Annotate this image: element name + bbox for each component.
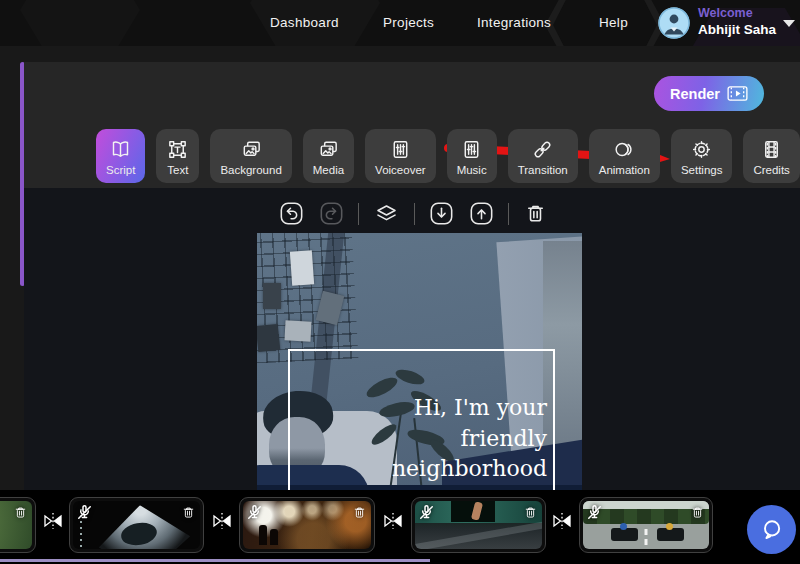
canvas-area: Hi, I'm your friendly neighborhood bbox=[24, 188, 800, 490]
overlap-circles-icon bbox=[613, 138, 636, 161]
timeline-clip-truck[interactable] bbox=[411, 497, 546, 553]
preview-pinned-photo bbox=[263, 283, 281, 309]
divider bbox=[358, 203, 359, 225]
delete-clip-icon[interactable] bbox=[351, 504, 368, 521]
toolbar-tab-label: Settings bbox=[681, 164, 723, 176]
toolbar-tab-voiceover[interactable]: Voiceover bbox=[365, 129, 436, 183]
transition-marker-icon[interactable] bbox=[551, 507, 573, 535]
timeline-clip-gokart[interactable] bbox=[579, 497, 713, 553]
app-window: Dashboard Projects Integrations Help Wel… bbox=[0, 0, 800, 564]
toolbar-tab-label: Credits bbox=[753, 164, 789, 176]
toolbar-tab-background[interactable]: Background bbox=[210, 129, 291, 183]
welcome-label: Welcome bbox=[698, 6, 753, 20]
film-play-icon bbox=[727, 86, 748, 101]
gear-icon bbox=[690, 138, 713, 161]
chain-link-icon bbox=[531, 138, 554, 161]
render-button[interactable]: Render bbox=[654, 76, 764, 111]
toolbar-tab-script[interactable]: Script bbox=[96, 129, 145, 183]
mute-icon[interactable] bbox=[586, 504, 603, 521]
toolbar-tab-media[interactable]: Media bbox=[303, 129, 354, 183]
chat-button[interactable] bbox=[747, 505, 796, 554]
toolbar-tab-label: Script bbox=[106, 164, 135, 176]
toolbar-tab-text[interactable]: Text bbox=[156, 129, 199, 183]
video-preview[interactable]: Hi, I'm your friendly neighborhood bbox=[257, 233, 582, 490]
mute-icon[interactable] bbox=[418, 504, 435, 521]
username-label: Abhijit Saha bbox=[698, 22, 776, 37]
image-stack-icon bbox=[317, 138, 340, 161]
timeline bbox=[0, 490, 800, 564]
caption-text[interactable]: Hi, I'm your friendly neighborhood bbox=[392, 393, 547, 485]
toolbar-tab-animation[interactable]: Animation bbox=[589, 129, 660, 183]
redo-button[interactable] bbox=[318, 200, 345, 227]
delete-clip-icon[interactable] bbox=[180, 504, 197, 521]
caption-line: neighborhood bbox=[392, 454, 547, 485]
render-button-label: Render bbox=[670, 86, 720, 102]
preview-pinned-photo bbox=[284, 320, 311, 341]
download-button[interactable] bbox=[428, 200, 455, 227]
delete-clip-icon[interactable] bbox=[522, 504, 539, 521]
toolbar-tab-credits[interactable]: Credits bbox=[743, 129, 799, 183]
preview-pinned-photo bbox=[290, 250, 314, 285]
caption-line: Hi, I'm your bbox=[392, 393, 547, 424]
editor-header-panel: Render Script bbox=[24, 62, 800, 188]
book-icon bbox=[109, 138, 132, 161]
timeline-clip-tunnel[interactable] bbox=[239, 497, 375, 553]
chat-bubble-icon bbox=[758, 516, 785, 543]
toolbar-tab-label: Transition bbox=[518, 164, 568, 176]
nav-item-integrations[interactable]: Integrations bbox=[477, 15, 551, 30]
mute-icon[interactable] bbox=[76, 504, 93, 521]
toolbar-tab-transition[interactable]: Transition bbox=[508, 129, 578, 183]
timeline-clip-forest[interactable] bbox=[0, 497, 36, 553]
delete-clip-icon[interactable] bbox=[689, 504, 706, 521]
divider bbox=[508, 203, 509, 225]
caption-line: friendly bbox=[392, 424, 547, 455]
toolbar-tab-settings[interactable]: Settings bbox=[671, 129, 733, 183]
layers-button[interactable] bbox=[372, 200, 401, 227]
toolbar-tab-label: Music bbox=[457, 164, 487, 176]
preview-pinned-photo bbox=[257, 324, 280, 352]
nav-item-projects[interactable]: Projects bbox=[383, 15, 434, 30]
top-nav-bar: Dashboard Projects Integrations Help Wel… bbox=[0, 0, 800, 46]
undo-button[interactable] bbox=[278, 200, 305, 227]
equalizer-icon bbox=[460, 138, 483, 161]
transition-marker-icon[interactable] bbox=[42, 507, 64, 535]
upload-button[interactable] bbox=[468, 200, 495, 227]
mute-icon[interactable] bbox=[246, 504, 263, 521]
image-stack-icon bbox=[240, 138, 263, 161]
timeline-clip-ultrasound[interactable] bbox=[69, 497, 204, 553]
divider bbox=[414, 203, 415, 225]
timeline-scroll-indicator[interactable] bbox=[0, 559, 430, 562]
delete-button[interactable] bbox=[522, 200, 549, 227]
avatar[interactable] bbox=[658, 7, 690, 39]
transition-marker-icon[interactable] bbox=[211, 507, 233, 535]
nav-item-help[interactable]: Help bbox=[599, 15, 628, 30]
toolbar-tab-label: Media bbox=[313, 164, 344, 176]
delete-clip-icon[interactable] bbox=[12, 504, 29, 521]
toolbar-tab-label: Animation bbox=[599, 164, 650, 176]
text-frame-icon bbox=[166, 138, 189, 161]
editor-toolbar: Script Text Background bbox=[96, 129, 800, 183]
film-strip-icon bbox=[760, 138, 783, 161]
hexagon-decor bbox=[20, 0, 140, 46]
toolbar-tab-label: Background bbox=[220, 164, 281, 176]
toolbar-tab-music[interactable]: Music bbox=[447, 129, 497, 183]
toolbar-tab-label: Voiceover bbox=[375, 164, 426, 176]
equalizer-icon bbox=[389, 138, 412, 161]
transition-marker-icon[interactable] bbox=[382, 507, 404, 535]
chevron-down-icon[interactable] bbox=[783, 20, 795, 27]
canvas-controls bbox=[278, 200, 549, 227]
toolbar-tab-label: Text bbox=[167, 164, 188, 176]
nav-item-dashboard[interactable]: Dashboard bbox=[270, 15, 339, 30]
